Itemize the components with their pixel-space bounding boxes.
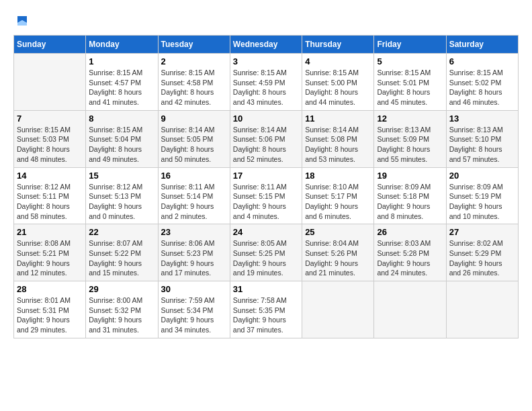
calendar-cell: 17Sunrise: 8:11 AMSunset: 5:15 PMDayligh… [230,167,302,224]
day-number: 2 [161,56,227,66]
calendar-week-row: 14Sunrise: 8:12 AMSunset: 5:11 PMDayligh… [14,167,519,224]
day-info: Sunrise: 8:15 AMSunset: 5:04 PMDaylight:… [89,125,154,165]
day-info: Sunrise: 8:15 AMSunset: 4:58 PMDaylight:… [161,68,227,107]
weekday-header-thursday: Thursday [302,36,374,54]
page-header [13,13,519,28]
calendar-cell: 14Sunrise: 8:12 AMSunset: 5:11 PMDayligh… [14,167,86,224]
calendar-week-row: 21Sunrise: 8:08 AMSunset: 5:21 PMDayligh… [14,224,519,281]
calendar-cell: 25Sunrise: 8:04 AMSunset: 5:26 PMDayligh… [302,224,374,281]
calendar-cell [374,281,446,338]
calendar-cell: 4Sunrise: 8:15 AMSunset: 5:00 PMDaylight… [302,54,374,111]
day-info: Sunrise: 8:11 AMSunset: 5:15 PMDaylight:… [233,182,299,222]
day-number: 7 [17,113,83,124]
day-number: 22 [89,227,154,237]
calendar-week-row: 28Sunrise: 8:01 AMSunset: 5:31 PMDayligh… [14,281,519,338]
day-info: Sunrise: 8:14 AMSunset: 5:08 PMDaylight:… [305,125,371,165]
day-number: 26 [377,227,443,237]
day-number: 1 [89,56,154,66]
calendar-cell: 3Sunrise: 8:15 AMSunset: 4:59 PMDaylight… [230,54,302,111]
calendar-cell: 13Sunrise: 8:13 AMSunset: 5:10 PMDayligh… [446,110,518,167]
day-number: 16 [161,171,227,181]
calendar-cell: 21Sunrise: 8:08 AMSunset: 5:21 PMDayligh… [14,224,86,281]
day-info: Sunrise: 8:15 AMSunset: 5:02 PMDaylight:… [449,68,515,107]
day-info: Sunrise: 8:12 AMSunset: 5:11 PMDaylight:… [17,182,83,222]
weekday-header-friday: Friday [374,36,446,54]
calendar-cell: 30Sunrise: 7:59 AMSunset: 5:34 PMDayligh… [158,281,230,338]
day-info: Sunrise: 8:11 AMSunset: 5:14 PMDaylight:… [161,182,227,222]
day-number: 18 [305,171,371,181]
day-number: 3 [233,56,299,66]
calendar-cell: 8Sunrise: 8:15 AMSunset: 5:04 PMDaylight… [86,110,158,167]
calendar-week-row: 1Sunrise: 8:15 AMSunset: 4:57 PMDaylight… [14,54,519,111]
day-info: Sunrise: 8:03 AMSunset: 5:28 PMDaylight:… [377,238,443,278]
weekday-header-tuesday: Tuesday [158,36,230,54]
day-info: Sunrise: 8:07 AMSunset: 5:22 PMDaylight:… [89,238,154,278]
day-number: 25 [305,227,371,237]
day-info: Sunrise: 7:59 AMSunset: 5:34 PMDaylight:… [161,295,227,335]
day-info: Sunrise: 8:15 AMSunset: 5:00 PMDaylight:… [305,68,371,107]
calendar-header-row: SundayMondayTuesdayWednesdayThursdayFrid… [14,36,519,54]
day-number: 8 [89,113,154,124]
calendar-cell: 27Sunrise: 8:02 AMSunset: 5:29 PMDayligh… [446,224,518,281]
logo-icon [15,13,30,28]
calendar-week-row: 7Sunrise: 8:15 AMSunset: 5:03 PMDaylight… [14,110,519,167]
day-info: Sunrise: 8:13 AMSunset: 5:10 PMDaylight:… [449,125,515,165]
calendar-cell: 23Sunrise: 8:06 AMSunset: 5:23 PMDayligh… [158,224,230,281]
day-info: Sunrise: 8:05 AMSunset: 5:25 PMDaylight:… [233,238,299,278]
day-info: Sunrise: 8:00 AMSunset: 5:32 PMDaylight:… [89,295,154,335]
calendar-cell: 28Sunrise: 8:01 AMSunset: 5:31 PMDayligh… [14,281,86,338]
day-number: 28 [17,284,83,294]
calendar-cell: 31Sunrise: 7:58 AMSunset: 5:35 PMDayligh… [230,281,302,338]
day-info: Sunrise: 8:15 AMSunset: 4:59 PMDaylight:… [233,68,299,107]
day-info: Sunrise: 8:10 AMSunset: 5:17 PMDaylight:… [305,182,371,222]
weekday-header-wednesday: Wednesday [230,36,302,54]
day-number: 19 [377,171,443,181]
day-number: 24 [233,227,299,237]
day-info: Sunrise: 7:58 AMSunset: 5:35 PMDaylight:… [233,295,299,335]
day-number: 11 [305,113,371,124]
day-info: Sunrise: 8:13 AMSunset: 5:09 PMDaylight:… [377,125,443,165]
calendar-cell: 19Sunrise: 8:09 AMSunset: 5:18 PMDayligh… [374,167,446,224]
day-number: 31 [233,284,299,294]
calendar-cell: 1Sunrise: 8:15 AMSunset: 4:57 PMDaylight… [86,54,158,111]
calendar-cell: 26Sunrise: 8:03 AMSunset: 5:28 PMDayligh… [374,224,446,281]
calendar-cell: 20Sunrise: 8:09 AMSunset: 5:19 PMDayligh… [446,167,518,224]
day-info: Sunrise: 8:14 AMSunset: 5:06 PMDaylight:… [233,125,299,165]
day-number: 23 [161,227,227,237]
calendar-cell: 15Sunrise: 8:12 AMSunset: 5:13 PMDayligh… [86,167,158,224]
day-info: Sunrise: 8:04 AMSunset: 5:26 PMDaylight:… [305,238,371,278]
calendar-cell: 2Sunrise: 8:15 AMSunset: 4:58 PMDaylight… [158,54,230,111]
calendar-cell: 10Sunrise: 8:14 AMSunset: 5:06 PMDayligh… [230,110,302,167]
day-info: Sunrise: 8:14 AMSunset: 5:05 PMDaylight:… [161,125,227,165]
day-number: 29 [89,284,154,294]
calendar-cell: 12Sunrise: 8:13 AMSunset: 5:09 PMDayligh… [374,110,446,167]
day-number: 5 [377,56,443,66]
day-number: 15 [89,171,154,181]
day-info: Sunrise: 8:09 AMSunset: 5:18 PMDaylight:… [377,182,443,222]
day-number: 14 [17,171,83,181]
day-number: 10 [233,113,299,124]
day-number: 17 [233,171,299,181]
day-number: 30 [161,284,227,294]
day-number: 13 [449,113,515,124]
day-number: 9 [161,113,227,124]
calendar-cell: 11Sunrise: 8:14 AMSunset: 5:08 PMDayligh… [302,110,374,167]
day-number: 6 [449,56,515,66]
calendar-cell: 9Sunrise: 8:14 AMSunset: 5:05 PMDaylight… [158,110,230,167]
calendar-table: SundayMondayTuesdayWednesdayThursdayFrid… [13,35,519,338]
calendar-cell: 16Sunrise: 8:11 AMSunset: 5:14 PMDayligh… [158,167,230,224]
day-number: 20 [449,171,515,181]
day-info: Sunrise: 8:15 AMSunset: 5:03 PMDaylight:… [17,125,83,165]
day-number: 27 [449,227,515,237]
logo [13,13,30,28]
day-number: 12 [377,113,443,124]
day-info: Sunrise: 8:15 AMSunset: 5:01 PMDaylight:… [377,68,443,107]
day-info: Sunrise: 8:08 AMSunset: 5:21 PMDaylight:… [17,238,83,278]
calendar-cell: 5Sunrise: 8:15 AMSunset: 5:01 PMDaylight… [374,54,446,111]
day-info: Sunrise: 8:15 AMSunset: 4:57 PMDaylight:… [89,68,154,107]
calendar-cell: 29Sunrise: 8:00 AMSunset: 5:32 PMDayligh… [86,281,158,338]
day-info: Sunrise: 8:01 AMSunset: 5:31 PMDaylight:… [17,295,83,335]
calendar-cell: 18Sunrise: 8:10 AMSunset: 5:17 PMDayligh… [302,167,374,224]
calendar-cell [302,281,374,338]
calendar-cell: 6Sunrise: 8:15 AMSunset: 5:02 PMDaylight… [446,54,518,111]
